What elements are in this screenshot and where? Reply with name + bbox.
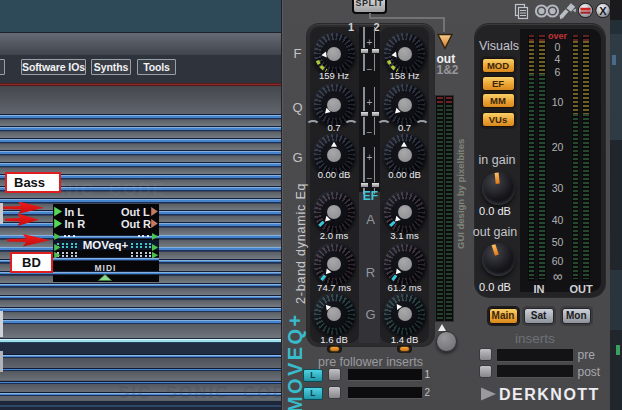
- svg-text:X: X: [599, 5, 607, 17]
